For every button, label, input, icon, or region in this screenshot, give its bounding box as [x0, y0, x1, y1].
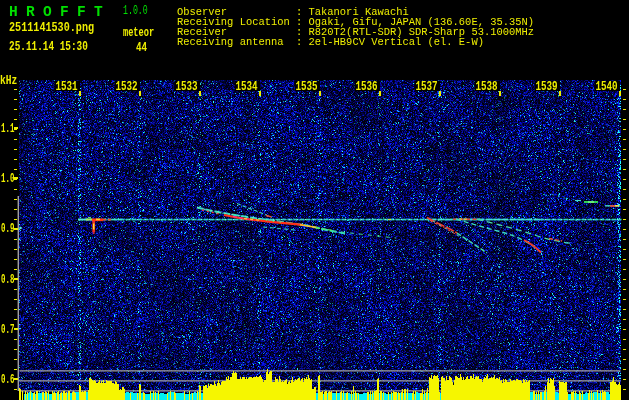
- svg-text:1533: 1533: [176, 80, 198, 93]
- svg-text:1536: 1536: [356, 80, 378, 93]
- svg-text:1538: 1538: [476, 80, 498, 93]
- svg-text:1540: 1540: [596, 80, 618, 93]
- svg-text:1535: 1535: [296, 80, 318, 93]
- svg-text:1539: 1539: [536, 80, 558, 93]
- svg-text:1534: 1534: [236, 80, 259, 93]
- svg-text:1537: 1537: [416, 80, 438, 93]
- svg-text:1531: 1531: [56, 80, 78, 93]
- svg-text:1532: 1532: [116, 80, 138, 93]
